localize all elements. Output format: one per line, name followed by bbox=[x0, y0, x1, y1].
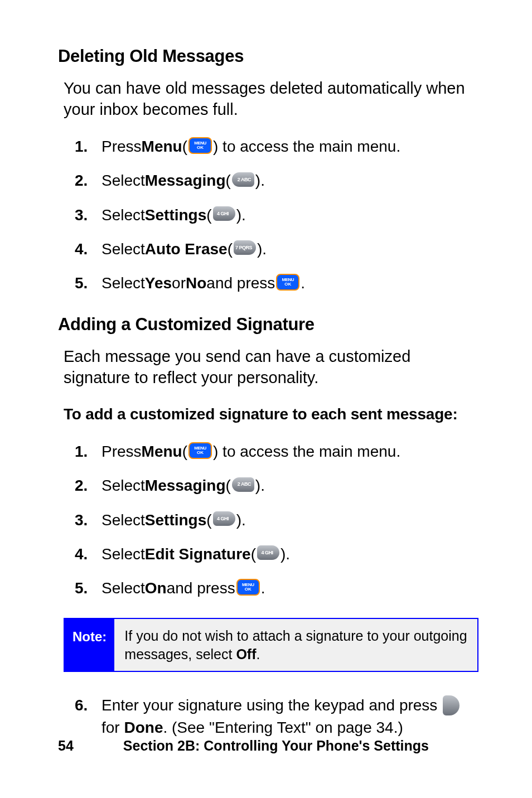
step-text: ). bbox=[280, 543, 290, 565]
step-strong: Done bbox=[124, 719, 163, 736]
menu-ok-key-icon: MENUOK bbox=[188, 137, 212, 154]
step-number: 5. bbox=[75, 272, 101, 294]
footer-text: Section 2B: Controlling Your Phone's Set… bbox=[74, 737, 478, 756]
step-text: ). bbox=[236, 509, 246, 531]
step-number: 3. bbox=[75, 204, 101, 226]
step-number: 3. bbox=[75, 509, 101, 531]
step-text: . (See "Entering Text" on page 34.) bbox=[163, 719, 403, 736]
step-text: . bbox=[301, 272, 305, 294]
menu-ok-key-icon: MENUOK bbox=[276, 274, 299, 291]
key-7-icon: 7 PQRS bbox=[234, 240, 256, 255]
step-4: 4. Select Edit Signature ( 4 GHI ). bbox=[75, 543, 478, 565]
key-4-icon: 4 GHI bbox=[257, 545, 279, 560]
step-text: ( bbox=[226, 475, 231, 496]
step-text: Select bbox=[101, 204, 145, 226]
key-2-icon: 2 ABC bbox=[232, 172, 254, 187]
heading-adding-signature: Adding a Customized Signature bbox=[58, 313, 478, 336]
step-text: ) to access the main menu. bbox=[213, 441, 400, 462]
page-footer: 54 Section 2B: Controlling Your Phone's … bbox=[0, 737, 532, 756]
step-strong: Messaging bbox=[145, 170, 226, 191]
step-strong: Yes bbox=[145, 272, 172, 294]
step-text: ( bbox=[228, 238, 233, 260]
step-text: ( bbox=[182, 441, 187, 462]
step-strong: Settings bbox=[145, 509, 206, 531]
step-text: ( bbox=[206, 204, 211, 226]
step-strong: Edit Signature bbox=[145, 543, 251, 565]
key-4-icon: 4 GHI bbox=[213, 206, 235, 221]
step-strong: Settings bbox=[145, 204, 206, 226]
step-text: and press bbox=[167, 577, 235, 599]
step-text: Select bbox=[101, 543, 145, 565]
step-3: 3. Select Settings ( 4 GHI ). bbox=[75, 204, 478, 226]
step-2: 2. Select Messaging ( 2 ABC ). bbox=[75, 475, 478, 496]
step-text: for bbox=[101, 719, 124, 736]
step-text: Select bbox=[101, 509, 145, 531]
steps-list-1: 1. Press Menu ( MENUOK ) to access the m… bbox=[58, 136, 478, 294]
intro-text: You can have old messages deleted automa… bbox=[58, 78, 478, 120]
step-text: Select bbox=[101, 272, 145, 294]
menu-ok-key-icon: MENUOK bbox=[188, 442, 212, 459]
step-number: 4. bbox=[75, 543, 101, 565]
step-text: ( bbox=[226, 170, 231, 191]
menu-ok-key-icon: MENUOK bbox=[236, 579, 260, 596]
step-1: 1. Press Menu ( MENUOK ) to access the m… bbox=[75, 136, 478, 157]
step-text: ). bbox=[255, 170, 265, 191]
step-number: 1. bbox=[75, 136, 101, 157]
step-strong: No bbox=[186, 272, 206, 294]
step-6: 6.Enter your signature using the keypad … bbox=[75, 694, 478, 738]
step-text: or bbox=[172, 272, 186, 294]
step-text: Press bbox=[101, 136, 142, 157]
step-text: Select bbox=[101, 238, 145, 260]
key-4-icon: 4 GHI bbox=[213, 511, 235, 526]
step-number: 4. bbox=[75, 238, 101, 260]
subheading: To add a customized signature to each se… bbox=[58, 404, 478, 425]
step-4: 4. Select Auto Erase ( 7 PQRS ). bbox=[75, 238, 478, 260]
intro-text: Each message you send can have a customi… bbox=[58, 346, 478, 388]
step-5: 5. Select Yes or No and press MENUOK . bbox=[75, 272, 478, 294]
step-strong: Menu bbox=[142, 441, 182, 462]
key-2-icon: 2 ABC bbox=[232, 477, 254, 492]
step-1: 1. Press Menu ( MENUOK ) to access the m… bbox=[75, 441, 478, 462]
step-number: 5. bbox=[75, 577, 101, 599]
page-number: 54 bbox=[58, 737, 74, 756]
step-5: 5. Select On and press MENUOK . bbox=[75, 577, 478, 599]
steps-list-2: 1. Press Menu ( MENUOK ) to access the m… bbox=[58, 441, 478, 599]
step-text: and press bbox=[206, 272, 275, 294]
note-box: Note: If you do not wish to attach a sig… bbox=[64, 618, 478, 672]
step-text: ). bbox=[255, 475, 265, 496]
step-text: ) to access the main menu. bbox=[213, 136, 400, 157]
step-strong: On bbox=[145, 577, 167, 599]
step-number: 1. bbox=[75, 441, 101, 462]
step-text: ( bbox=[182, 136, 187, 157]
step-text: Select bbox=[101, 475, 145, 496]
note-body: If you do not wish to attach a signature… bbox=[114, 619, 477, 671]
step-text: . bbox=[261, 577, 265, 599]
step-text: ( bbox=[206, 509, 211, 531]
step-text: Select bbox=[101, 577, 145, 599]
steps-list-3: 6.Enter your signature using the keypad … bbox=[58, 694, 478, 738]
step-number: 6. bbox=[75, 694, 101, 716]
softkey-icon: ··· bbox=[443, 695, 460, 715]
step-text: ). bbox=[236, 204, 246, 226]
step-text: ( bbox=[251, 543, 256, 565]
step-2: 2. Select Messaging ( 2 ABC ). bbox=[75, 170, 478, 191]
step-3: 3. Select Settings ( 4 GHI ). bbox=[75, 509, 478, 531]
note-strong: Off bbox=[236, 646, 256, 662]
step-number: 2. bbox=[75, 170, 101, 191]
step-text: Enter your signature using the keypad an… bbox=[101, 697, 442, 714]
note-text: If you do not wish to attach a signature… bbox=[124, 628, 467, 662]
note-label: Note: bbox=[65, 619, 114, 671]
step-text: Select bbox=[101, 170, 145, 191]
note-text: . bbox=[257, 646, 260, 662]
step-strong: Messaging bbox=[145, 475, 226, 496]
step-text: Press bbox=[101, 441, 142, 462]
step-strong: Menu bbox=[142, 136, 182, 157]
step-text: ). bbox=[257, 238, 267, 260]
step-number: 2. bbox=[75, 475, 101, 496]
step-strong: Auto Erase bbox=[145, 238, 228, 260]
heading-deleting-old-messages: Deleting Old Messages bbox=[58, 45, 478, 68]
